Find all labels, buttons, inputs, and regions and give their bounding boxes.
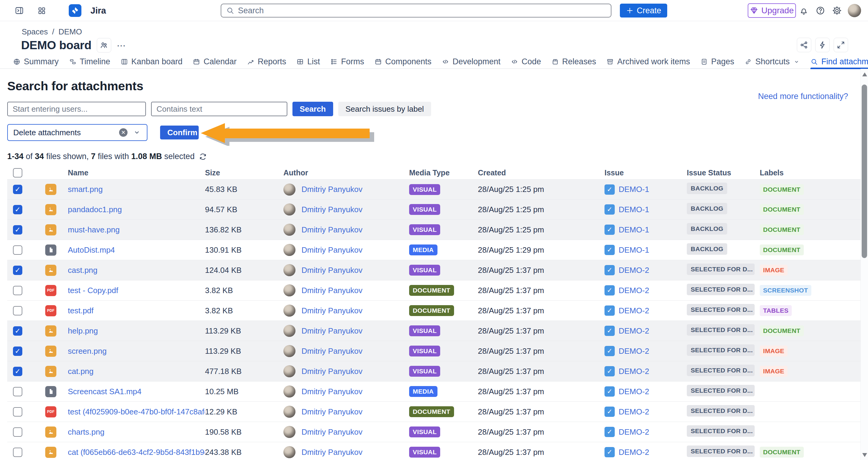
issue-link[interactable]: DEMO-1 <box>619 185 649 194</box>
tab-shortcuts[interactable]: Shortcuts <box>744 55 800 69</box>
attachment-name-link[interactable]: cast.png <box>68 266 97 275</box>
chevron-down-icon[interactable] <box>132 128 142 137</box>
row-checkbox[interactable] <box>13 185 22 194</box>
author-link[interactable]: Dmitriy Panyukov <box>302 185 362 194</box>
tab-calendar[interactable]: Calendar <box>193 55 237 69</box>
attachment-name-link[interactable]: help.png <box>68 326 98 335</box>
breadcrumb-demo[interactable]: DEMO <box>59 27 82 36</box>
attachment-name-link[interactable]: charts.png <box>68 427 104 436</box>
author-link[interactable]: Dmitriy Panyukov <box>302 448 362 457</box>
settings-button[interactable] <box>831 4 843 17</box>
issue-link[interactable]: DEMO-2 <box>619 407 649 416</box>
search-button[interactable]: Search <box>292 102 333 116</box>
attachment-name-link[interactable]: test (4f025909-b0ee-47b0-bf0f-147c8afdea… <box>68 407 205 416</box>
scrollbar-thumb[interactable] <box>862 85 867 258</box>
tab-forms[interactable]: Forms <box>330 55 364 69</box>
author-link[interactable]: Dmitriy Panyukov <box>302 246 362 255</box>
author-link[interactable]: Dmitriy Panyukov <box>302 427 362 437</box>
breadcrumb-spaces[interactable]: Spaces <box>22 27 48 36</box>
attachment-name-link[interactable]: must-have.png <box>68 225 120 234</box>
issue-link[interactable]: DEMO-2 <box>619 427 649 437</box>
issue-link[interactable]: DEMO-2 <box>619 306 649 315</box>
row-checkbox[interactable] <box>13 246 22 255</box>
issue-link[interactable]: DEMO-2 <box>619 346 649 356</box>
author-link[interactable]: Dmitriy Panyukov <box>302 407 362 416</box>
refresh-icon[interactable] <box>199 152 207 161</box>
row-checkbox[interactable] <box>13 306 22 315</box>
row-checkbox[interactable] <box>13 286 22 295</box>
row-checkbox[interactable] <box>13 448 22 457</box>
tab-timeline[interactable]: Timeline <box>69 55 110 69</box>
tab-releases[interactable]: Releases <box>552 55 596 69</box>
board-more-button[interactable]: ⋯ <box>117 40 126 51</box>
global-search[interactable] <box>221 4 612 18</box>
row-checkbox[interactable] <box>13 367 22 376</box>
author-link[interactable]: Dmitriy Panyukov <box>302 306 362 315</box>
app-switcher-button[interactable] <box>36 4 48 17</box>
search-by-label-button[interactable]: Search issues by label <box>338 102 431 116</box>
user-avatar[interactable] <box>848 4 861 17</box>
tab-code[interactable]: Code <box>511 55 541 69</box>
issue-link[interactable]: DEMO-1 <box>619 225 649 234</box>
row-checkbox[interactable] <box>13 225 22 234</box>
issue-link[interactable]: DEMO-2 <box>619 448 649 457</box>
attachment-name-link[interactable]: cat.png <box>68 367 93 376</box>
need-more-functionality-link[interactable]: Need more functionality? <box>758 92 848 101</box>
author-link[interactable]: Dmitriy Panyukov <box>302 346 362 356</box>
attachment-name-link[interactable]: cat (f065eb66-de63-4cf2-9b5d-843f1b9e06.… <box>68 448 205 457</box>
attachment-name-link[interactable]: smart.png <box>68 185 103 194</box>
tab-archived-work-items[interactable]: Archived work items <box>606 55 690 69</box>
tab-components[interactable]: Components <box>374 55 431 69</box>
author-link[interactable]: Dmitriy Panyukov <box>302 387 362 396</box>
issue-link[interactable]: DEMO-2 <box>619 266 649 275</box>
author-link[interactable]: Dmitriy Panyukov <box>302 225 362 234</box>
tab-reports[interactable]: Reports <box>247 55 286 69</box>
tab-kanban-board[interactable]: Kanban board <box>121 55 183 69</box>
jira-logo[interactable] <box>69 4 82 17</box>
expand-button[interactable] <box>834 38 848 52</box>
select-all-checkbox[interactable] <box>13 168 22 177</box>
issue-link[interactable]: DEMO-2 <box>619 387 649 396</box>
contains-text-input[interactable] <box>151 102 287 116</box>
create-button[interactable]: Create <box>620 4 667 18</box>
row-checkbox[interactable] <box>13 387 22 396</box>
tab-summary[interactable]: Summary <box>13 55 59 69</box>
scrollbar-up-arrow[interactable] <box>862 73 867 76</box>
attachment-name-link[interactable]: screen.png <box>68 346 107 355</box>
row-checkbox[interactable] <box>13 346 22 356</box>
tab-list[interactable]: List <box>297 55 320 69</box>
tab-find-attachments[interactable]: Find attachments <box>810 55 868 69</box>
scrollbar-down-arrow[interactable] <box>862 453 867 457</box>
share-button[interactable] <box>797 38 811 52</box>
issue-link[interactable]: DEMO-2 <box>619 367 649 376</box>
author-link[interactable]: Dmitriy Panyukov <box>302 286 362 295</box>
issue-link[interactable]: DEMO-1 <box>619 205 649 214</box>
tab-pages[interactable]: Pages <box>701 55 735 69</box>
author-link[interactable]: Dmitriy Panyukov <box>302 367 362 376</box>
row-checkbox[interactable] <box>13 427 22 437</box>
row-checkbox[interactable] <box>13 326 22 336</box>
row-checkbox[interactable] <box>13 407 22 416</box>
author-link[interactable]: Dmitriy Panyukov <box>302 326 362 336</box>
author-link[interactable]: Dmitriy Panyukov <box>302 266 362 275</box>
board-people-button[interactable] <box>97 38 111 53</box>
attachment-name-link[interactable]: test - Copy.pdf <box>68 286 118 295</box>
attachment-name-link[interactable]: Screencast SA1.mp4 <box>68 387 142 396</box>
issue-link[interactable]: DEMO-1 <box>619 246 649 255</box>
automation-button[interactable] <box>815 38 830 52</box>
global-search-input[interactable] <box>238 6 606 16</box>
clear-selection-icon[interactable]: ✕ <box>119 128 127 137</box>
upgrade-button[interactable]: Upgrade <box>748 3 796 18</box>
notifications-button[interactable] <box>798 4 810 17</box>
issue-link[interactable]: DEMO-2 <box>619 326 649 336</box>
attachment-name-link[interactable]: pandadoc1.png <box>68 205 122 214</box>
issue-link[interactable]: DEMO-2 <box>619 286 649 295</box>
action-select[interactable]: Delete attachments ✕ <box>7 124 148 141</box>
help-button[interactable] <box>814 4 827 17</box>
tab-development[interactable]: Development <box>442 55 500 69</box>
attachment-name-link[interactable]: AutoDist.mp4 <box>68 246 115 254</box>
sidebar-toggle-button[interactable] <box>13 4 25 17</box>
row-checkbox[interactable] <box>13 205 22 214</box>
attachment-name-link[interactable]: test.pdf <box>68 306 93 315</box>
author-link[interactable]: Dmitriy Panyukov <box>302 205 362 214</box>
